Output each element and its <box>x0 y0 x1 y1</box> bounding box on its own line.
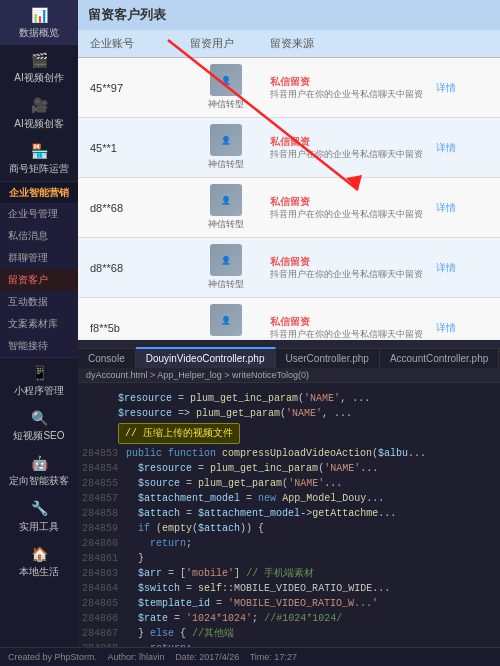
user-label: 神信转型 <box>208 278 244 291</box>
sidebar-item-private-msg[interactable]: 私信消息 <box>0 225 78 247</box>
sidebar-item-label: AI视频创作 <box>14 71 63 84</box>
source-title: 私信留资 <box>270 135 428 149</box>
action-cell[interactable]: 详情 <box>432 259 492 277</box>
sidebar-section-enterprise: 企业智能营销 企业号管理 私信消息 群聊管理 留资客户 互动数据 <box>0 182 78 358</box>
code-section: Console DouyinVideoController.php UserCo… <box>78 340 500 647</box>
source-title: 私信留资 <box>270 315 428 329</box>
video-seo-icon: 🔍 <box>31 409 48 427</box>
table-row[interactable]: f8**5b 👤 神信转型 私信留资 抖音用户在你的企业号私信聊天中留资 详情 <box>78 298 500 338</box>
ai-video-cus-icon: 🎥 <box>31 96 48 114</box>
avatar: 👤 <box>210 304 242 336</box>
sidebar-item-mini-program[interactable]: 📱 小程序管理 <box>0 358 78 403</box>
sidebar-item-interactive[interactable]: 互动数据 <box>0 291 78 313</box>
source-desc: 抖音用户在你的企业号私信聊天中留资 <box>270 149 428 161</box>
user-cell: 👤 神信转型 <box>186 122 266 173</box>
sidebar-item-local-life[interactable]: 🏠 本地生活 <box>0 539 78 584</box>
company-num-cell: d8**68 <box>86 200 186 216</box>
avatar: 👤 <box>210 244 242 276</box>
user-label: 神信转型 <box>208 98 244 111</box>
code-line: 284865 $template_id = 'MOBILE_VIDEO_RATI… <box>82 596 496 611</box>
code-line: 284861 } <box>82 551 496 566</box>
action-cell[interactable]: 详情 <box>432 139 492 157</box>
sidebar-item-smart-reception[interactable]: 智能接待 <box>0 335 78 357</box>
source-cell: 私信留资 抖音用户在你的企业号私信聊天中留资 <box>266 313 432 338</box>
sidebar-item-liuzi[interactable]: 留资客户 <box>0 269 78 291</box>
sidebar-item-label: 小程序管理 <box>14 384 64 397</box>
code-line: 284855 $source = plum_get_param('NAME'..… <box>82 476 496 491</box>
company-num-cell: 45**97 <box>86 80 186 96</box>
col-company: 企业账号 <box>86 34 186 53</box>
source-desc: 抖音用户在你的企业号私信聊天中留资 <box>270 89 428 101</box>
code-line: 284867 } else { //其他端 <box>82 626 496 641</box>
code-editor-body[interactable]: $resource = plum_get_inc_param('NAME', .… <box>78 383 500 647</box>
code-line: 284857 $attachment_model = new App_Model… <box>82 491 496 506</box>
source-cell: 私信留资 抖音用户在你的企业号私信聊天中留资 <box>266 73 432 103</box>
sidebar-item-tools[interactable]: 🔧 实用工具 <box>0 493 78 538</box>
table-row[interactable]: 45**1 👤 神信转型 私信留资 抖音用户在你的企业号私信聊天中留资 详情 <box>78 118 500 178</box>
sidebar-item-ai-video-cus[interactable]: 🎥 AI视频创客 <box>0 90 78 135</box>
sidebar-item-label: 本地生活 <box>19 565 59 578</box>
sidebar-item-label: 商号矩阵运营 <box>9 162 69 175</box>
action-cell[interactable]: 详情 <box>432 199 492 217</box>
avatar: 👤 <box>210 64 242 96</box>
company-num-cell: f8**5b <box>86 320 186 336</box>
col-user: 留资用户 <box>186 34 266 53</box>
source-title: 私信留资 <box>270 195 428 209</box>
sidebar: 📊 数据概览 🎬 AI视频创作 🎥 AI视频创客 🏪 商号矩阵运营 <box>0 0 78 647</box>
footer: Created by PhpStorm. Author: lhlavin Dat… <box>0 647 500 666</box>
code-line: 284853 public function compressUploadVid… <box>82 446 496 461</box>
sidebar-item-ent-manage[interactable]: 企业号管理 <box>0 203 78 225</box>
code-line: 284860 return; <box>82 536 496 551</box>
action-cell[interactable]: 详情 <box>432 319 492 337</box>
table-section: 留资客户列表 企业账号 留资用户 留资来源 45**97 👤 神信转型 <box>78 0 500 340</box>
company-num-cell: d8**68 <box>86 260 186 276</box>
sidebar-item-ai-video-org[interactable]: 🎬 AI视频创作 <box>0 45 78 90</box>
user-label: 神信转型 <box>208 218 244 231</box>
avatar: 👤 <box>210 184 242 216</box>
table-title: 留资客户列表 <box>78 0 500 30</box>
table-column-headers: 企业账号 留资用户 留资来源 <box>78 30 500 58</box>
table-row[interactable]: d8**68 👤 神信转型 私信留资 抖音用户在你的企业号私信聊天中留资 详情 <box>78 238 500 298</box>
col-action <box>432 34 492 53</box>
user-cell: 👤 神信转型 <box>186 182 266 233</box>
source-desc: 抖音用户在你的企业号私信聊天中留资 <box>270 269 428 281</box>
source-cell: 私信留资 抖音用户在你的企业号私信聊天中留资 <box>266 253 432 283</box>
user-label: 神信转型 <box>208 158 244 171</box>
local-life-icon: 🏠 <box>31 545 48 563</box>
source-cell: 私信留资 抖音用户在你的企业号私信聊天中留资 <box>266 133 432 163</box>
enterprise-section-label: 企业智能营销 <box>9 186 69 199</box>
tab-console[interactable]: Console <box>78 348 136 368</box>
sidebar-item-shop-matrix[interactable]: 🏪 商号矩阵运营 <box>0 136 78 181</box>
sidebar-section-top: 📊 数据概览 🎬 AI视频创作 🎥 AI视频创客 🏪 商号矩阵运营 <box>0 0 78 182</box>
user-cell: 👤 神信转型 <box>186 302 266 338</box>
sidebar-item-label: 定向智能获客 <box>9 474 69 487</box>
company-num-cell: 45**1 <box>86 140 186 156</box>
tab-accountcontroller[interactable]: AccountController.php <box>380 348 499 368</box>
sidebar-item-robot[interactable]: 🤖 定向智能获客 <box>0 448 78 493</box>
code-line: $resource = plum_get_inc_param('NAME', .… <box>82 391 496 406</box>
sidebar-item-label: 实用工具 <box>19 520 59 533</box>
code-line: 284854 $resource = plum_get_inc_param('N… <box>82 461 496 476</box>
sidebar-item-video-seo[interactable]: 🔍 短视频SEO <box>0 403 78 448</box>
code-tabs: Console DouyinVideoController.php UserCo… <box>78 340 500 368</box>
source-desc: 抖音用户在你的企业号私信聊天中留资 <box>270 209 428 221</box>
code-line: 284859 if (empty($attach)) { <box>82 521 496 536</box>
code-line: 284863 $arr = ['mobile'] // 手机端素材 <box>82 566 496 581</box>
dashboard-icon: 📊 <box>31 6 48 24</box>
content-area: 留资客户列表 企业账号 留资用户 留资来源 45**97 👤 神信转型 <box>78 0 500 647</box>
table-body: 45**97 👤 神信转型 私信留资 抖音用户在你的企业号私信聊天中留资 详情 <box>78 58 500 338</box>
code-breadcrumb: dyAccount.html > App_Helper_log > writeN… <box>78 368 500 383</box>
sidebar-item-group-manage[interactable]: 群聊管理 <box>0 247 78 269</box>
code-line: 284858 $attach = $attachment_model->getA… <box>82 506 496 521</box>
tab-douyinvideo[interactable]: DouyinVideoController.php <box>136 347 276 368</box>
sidebar-item-materials[interactable]: 文案素材库 <box>0 313 78 335</box>
tab-usercontroller[interactable]: UserController.php <box>276 348 380 368</box>
source-desc: 抖音用户在你的企业号私信聊天中留资 <box>270 329 428 338</box>
source-cell: 私信留资 抖音用户在你的企业号私信聊天中留资 <box>266 193 432 223</box>
table-row[interactable]: d8**68 👤 神信转型 私信留资 抖音用户在你的企业号私信聊天中留资 详情 <box>78 178 500 238</box>
user-cell: 👤 神信转型 <box>186 62 266 113</box>
action-cell[interactable]: 详情 <box>432 79 492 97</box>
table-row[interactable]: 45**97 👤 神信转型 私信留资 抖音用户在你的企业号私信聊天中留资 详情 <box>78 58 500 118</box>
highlight-comment: // 压缩上传的视频文件 <box>118 423 240 444</box>
sidebar-item-dashboard[interactable]: 📊 数据概览 <box>0 0 78 45</box>
